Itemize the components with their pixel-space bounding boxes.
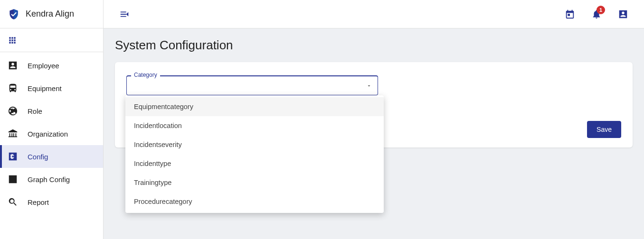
- menu-collapse-icon: [119, 9, 130, 19]
- account-button[interactable]: [614, 5, 633, 24]
- notification-badge: 1: [597, 6, 605, 14]
- institution-icon: [8, 129, 18, 139]
- apps-button[interactable]: [0, 28, 103, 52]
- sidebar-nav: Employee Equipment Role Organization Con…: [0, 52, 103, 213]
- menu-collapse-button[interactable]: [115, 5, 134, 24]
- brand-name: Kendra Align: [26, 9, 74, 19]
- logo-shield-icon: [8, 8, 20, 20]
- sidebar-item-report[interactable]: Report: [0, 191, 103, 213]
- sidebar-item-label: Organization: [28, 130, 68, 138]
- chart-settings-icon: [8, 174, 18, 184]
- content: System Configuration Category Equipmentc…: [104, 28, 644, 239]
- apps-icon: [8, 36, 17, 45]
- category-select[interactable]: [126, 75, 378, 95]
- category-field: Category Equipmentcategory Incidentlocat…: [126, 75, 378, 95]
- sidebar-item-label: Graph Config: [28, 175, 70, 184]
- globe-admin-icon: [8, 106, 18, 116]
- sidebar-item-employee[interactable]: Employee: [0, 54, 103, 77]
- settings-box-icon: [8, 151, 18, 162]
- sidebar-item-label: Report: [28, 198, 49, 206]
- sidebar-item-label: Role: [28, 107, 42, 115]
- sidebar-item-label: Equipment: [28, 84, 62, 92]
- brand: Kendra Align: [0, 0, 103, 28]
- sidebar-item-organization[interactable]: Organization: [0, 122, 103, 145]
- save-button[interactable]: Save: [587, 121, 621, 138]
- main: 1 System Configuration Category: [104, 0, 644, 239]
- category-dropdown: Equipmentcategory Incidentlocation Incid…: [125, 95, 384, 213]
- sidebar: Kendra Align Employee Equipment Role Org: [0, 0, 104, 239]
- sidebar-item-label: Employee: [28, 62, 59, 70]
- bus-icon: [8, 83, 18, 93]
- topbar: 1: [104, 0, 644, 28]
- sidebar-item-graph-config[interactable]: Graph Config: [0, 168, 103, 191]
- category-option[interactable]: Equipmentcategory: [125, 97, 384, 116]
- category-option[interactable]: Incidenttype: [125, 154, 384, 173]
- account-icon: [618, 9, 628, 19]
- category-option[interactable]: Incidentlocation: [125, 116, 384, 135]
- category-label: Category: [131, 72, 160, 78]
- person-box-icon: [8, 60, 18, 71]
- config-card: Category Equipmentcategory Incidentlocat…: [115, 62, 633, 147]
- sidebar-item-role[interactable]: Role: [0, 100, 103, 122]
- sidebar-item-equipment[interactable]: Equipment: [0, 77, 103, 100]
- calendar-icon: [565, 9, 575, 19]
- calendar-button[interactable]: [560, 5, 579, 24]
- chevron-down-icon: [366, 83, 372, 89]
- category-option[interactable]: Incidentseverity: [125, 135, 384, 154]
- notifications-button[interactable]: 1: [587, 5, 606, 24]
- category-option[interactable]: Procedurecategory: [125, 192, 384, 211]
- sidebar-item-label: Config: [28, 153, 48, 161]
- category-option[interactable]: Trainingtype: [125, 173, 384, 192]
- page-title: System Configuration: [115, 38, 633, 53]
- sidebar-item-config[interactable]: Config: [0, 145, 103, 168]
- search-icon: [8, 197, 18, 207]
